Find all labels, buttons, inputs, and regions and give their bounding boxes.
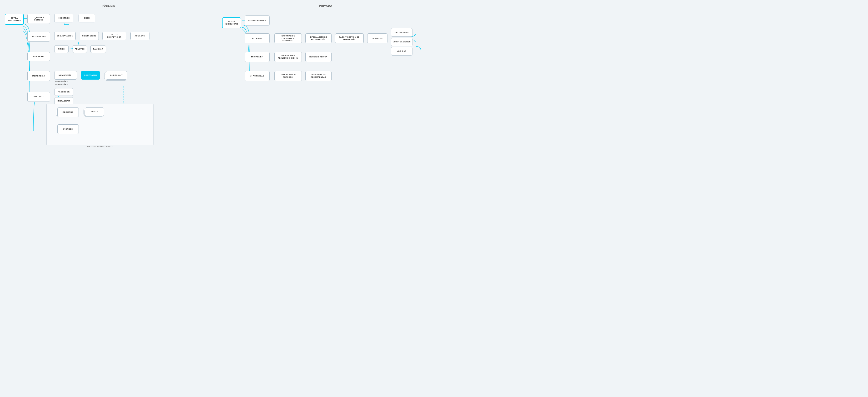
node-familiar[interactable]: FAMILIAR (90, 45, 106, 53)
node-horarios[interactable]: HORARIOS (27, 52, 50, 61)
node-membresia[interactable]: MEMBRESÍA (27, 71, 50, 81)
node-sede[interactable]: SEDE (79, 14, 95, 22)
node-mi-carnet[interactable]: MI CARNET (245, 52, 270, 62)
node-membresia-i[interactable]: MEMBRESÍA I (54, 71, 77, 80)
node-contacto[interactable]: CONTACTO (27, 92, 50, 102)
node-contratar[interactable]: CONTRATAR (81, 71, 100, 80)
node-notificaciones[interactable]: NOTIFICACIONES (245, 16, 270, 26)
node-info-facturacion[interactable]: INFORMACIÓN DE FACTURACIÓN (305, 33, 332, 44)
node-acuagym[interactable]: ACUAGYM (130, 32, 150, 40)
main-container: PÚBLICA (0, 0, 434, 198)
node-mi-actividad[interactable]: MI ACTIVIDAD (245, 71, 270, 81)
node-quienes[interactable]: ¿QUIENES SOMOS? (27, 14, 50, 24)
node-codigo-check[interactable]: CÓDIGO PARA REALIZAR CHECK IN (274, 52, 302, 62)
node-mi-perfil[interactable]: MI PERFIL (245, 33, 270, 44)
node-log-out[interactable]: LOG OUT (391, 47, 412, 56)
privada-title: PRIVADA (217, 2, 434, 8)
node-programa-recompensas[interactable]: PROGRAMA DE RECOMPENSAS (305, 71, 332, 81)
section-privada: PRIVADA (217, 0, 434, 198)
node-nosotros[interactable]: NOSOTROS (54, 14, 73, 22)
node-revision-medica[interactable]: REVISIÓN MÉDICA (305, 52, 332, 62)
section-publica: PÚBLICA (0, 0, 217, 198)
node-calendario[interactable]: CALENDARIO (391, 28, 412, 37)
membresia-ii-label: MEMBRESÍA II (55, 81, 68, 82)
node-checkout[interactable]: CHECK OUT (106, 71, 127, 80)
node-settings[interactable]: SETTINGS (367, 33, 388, 44)
node-linkear-app[interactable]: LINKEAR APP DE TRACKEO (274, 71, 302, 81)
node-paso1[interactable]: PASO 1 (85, 108, 104, 116)
node-ingreso[interactable]: INGRESO (57, 124, 79, 134)
membresia-iii-label: MEMBRESÍA III (55, 83, 68, 85)
node-notificaciones2[interactable]: NOTIFICACIONES (391, 38, 412, 46)
node-esc-natacion[interactable]: ESC. NATACIÓN (54, 32, 76, 40)
node-pileta-libre[interactable]: PILETA LIBRE (80, 32, 99, 40)
node-info-personal[interactable]: INFORMACIÓN PERSONAL Y CONTACTO (274, 33, 302, 44)
publica-title: PÚBLICA (0, 2, 217, 8)
registro-ingreso-label: REGISTRO/INGRESO (46, 145, 154, 148)
node-estoa-private[interactable]: ESTOA INICIO/HOME (222, 18, 241, 28)
node-facebook[interactable]: FACEBOOK (54, 88, 73, 96)
node-estoa-competicion[interactable]: ESTOA COMPETICIÓN (102, 32, 126, 40)
node-pago-gestion[interactable]: PAGO Y GESTIÓN DE MEMBRESÍA (335, 33, 364, 44)
node-estoa-public[interactable]: ESTOA INICIO/HOME (5, 14, 24, 25)
node-registro[interactable]: REGISTRO (57, 108, 79, 117)
node-adultos[interactable]: ADULTOS (72, 45, 87, 53)
node-ninos[interactable]: NIÑOS (54, 45, 68, 53)
node-actividades[interactable]: ACTIVIDADES (27, 32, 50, 42)
